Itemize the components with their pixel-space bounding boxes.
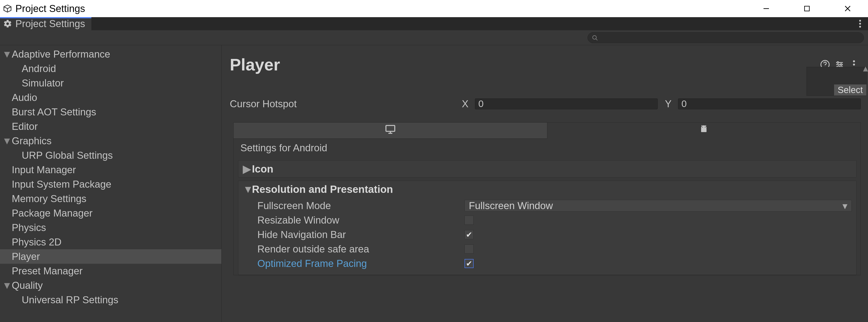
sidebar-item-label: Audio <box>12 92 37 103</box>
svg-line-28 <box>702 125 703 126</box>
panel-header: Player <box>230 51 868 78</box>
select-button[interactable]: Select <box>834 84 866 96</box>
group-resolution: ▼ Resolution and Presentation Fullscreen… <box>238 181 857 275</box>
platform-tabs <box>234 122 861 139</box>
sidebar-item-input-system[interactable]: Input System Package <box>0 177 221 191</box>
field-label: Hide Navigation Bar <box>243 229 465 240</box>
foldout-open-icon: ▼ <box>3 135 11 147</box>
sidebar-item-urp-global[interactable]: URP Global Settings <box>0 148 221 163</box>
foldout-closed-icon: ▶ <box>243 163 252 175</box>
svg-point-20 <box>853 64 855 66</box>
group-icon-header[interactable]: ▶ Icon <box>238 160 856 177</box>
sidebar-item-preset-manager[interactable]: Preset Manager <box>0 264 221 278</box>
sidebar-item-label: Universal RP Settings <box>22 294 118 306</box>
sidebar-item-input-manager[interactable]: Input Manager <box>0 163 221 177</box>
sidebar-item-android[interactable]: Android <box>0 62 221 76</box>
sidebar-item-universal-rp[interactable]: Universal RP Settings <box>0 293 221 307</box>
tab-strip: Project Settings <box>0 17 868 30</box>
hide-nav-bar-checkbox[interactable] <box>465 230 473 239</box>
window-title: Project Settings <box>16 3 85 14</box>
window-maximize-button[interactable] <box>786 0 827 17</box>
window-minimize-button[interactable] <box>746 0 786 17</box>
search-icon <box>592 32 598 43</box>
cursor-hotspot-label: Cursor Hotspot <box>230 98 456 109</box>
window-controls <box>746 0 868 17</box>
cursor-hotspot-y-input[interactable]: 0 <box>678 99 861 109</box>
sidebar-item-adaptive-performance[interactable]: ▼Adaptive Performance <box>0 47 221 62</box>
sidebar-item-label: Input Manager <box>12 164 76 175</box>
sidebar-item-label: Burst AOT Settings <box>12 106 96 118</box>
sidebar-item-graphics[interactable]: ▼Graphics <box>0 134 221 148</box>
svg-point-7 <box>859 23 861 25</box>
editor-window: Project Settings ▼Adaptive Performance A… <box>0 17 868 322</box>
sidebar-item-quality[interactable]: ▼Quality <box>0 278 221 293</box>
settings-search-input[interactable] <box>600 33 860 42</box>
svg-point-17 <box>840 64 842 65</box>
group-resolution-header[interactable]: ▼ Resolution and Presentation <box>238 181 856 198</box>
cursor-hotspot-x-input[interactable]: 0 <box>475 99 658 109</box>
sidebar-item-physics[interactable]: Physics <box>0 220 221 235</box>
field-label: Fullscreen Mode <box>243 200 465 211</box>
svg-point-16 <box>837 62 839 63</box>
sidebar-item-label: Package Manager <box>12 208 93 219</box>
sidebar-item-label: Preset Manager <box>12 265 83 277</box>
sidebar-item-memory-settings[interactable]: Memory Settings <box>0 191 221 206</box>
foldout-open-icon: ▼ <box>3 280 11 291</box>
fullscreen-mode-dropdown[interactable]: Fullscreen Window ▾ <box>465 200 852 212</box>
input-value: 0 <box>681 99 687 109</box>
svg-rect-3 <box>804 6 809 11</box>
svg-point-6 <box>859 20 861 22</box>
sidebar-item-physics-2d[interactable]: Physics 2D <box>0 235 221 249</box>
settings-search[interactable] <box>588 32 864 43</box>
window-close-button[interactable] <box>827 0 868 17</box>
optimized-frame-pacing-checkbox[interactable] <box>465 259 473 268</box>
sidebar-item-editor[interactable]: Editor <box>0 119 221 134</box>
sidebar-item-label: Player <box>12 251 40 262</box>
resizable-window-checkbox[interactable] <box>465 216 473 225</box>
sidebar-item-package-manager[interactable]: Package Manager <box>0 206 221 220</box>
cursor-hotspot-row: Cursor Hotspot X 0 Y 0 <box>230 97 868 111</box>
tabstrip-overflow-button[interactable] <box>855 17 866 30</box>
panel-title: Player <box>230 55 818 74</box>
sidebar-item-label: Graphics <box>12 135 52 147</box>
svg-point-27 <box>705 127 706 128</box>
platform-tab-android[interactable] <box>547 122 861 139</box>
platform-tab-standalone[interactable] <box>234 122 547 139</box>
foldout-open-icon: ▼ <box>243 183 252 195</box>
tab-project-settings[interactable]: Project Settings <box>0 17 91 30</box>
sidebar-item-burst-aot[interactable]: Burst AOT Settings <box>0 105 221 119</box>
svg-rect-22 <box>386 126 395 132</box>
render-outside-safe-checkbox[interactable] <box>465 245 473 254</box>
svg-line-29 <box>705 125 706 126</box>
sidebar-item-simulator[interactable]: Simulator <box>0 76 221 90</box>
svg-point-26 <box>702 127 703 128</box>
scroll-up-icon[interactable]: ▴ <box>863 62 868 74</box>
field-hide-nav-bar: Hide Navigation Bar <box>243 227 852 242</box>
settings-category-tree[interactable]: ▼Adaptive Performance Android Simulator … <box>0 45 222 322</box>
sidebar-item-label: Memory Settings <box>12 193 86 204</box>
tab-label: Project Settings <box>16 18 85 29</box>
y-axis-label: Y <box>659 98 676 109</box>
sidebar-item-label: Quality <box>12 280 43 291</box>
field-optimized-frame-pacing: Optimized Frame Pacing <box>243 256 852 271</box>
platform-section-title: Settings for Android <box>234 139 861 157</box>
android-icon <box>699 124 709 137</box>
field-fullscreen-mode: Fullscreen Mode Fullscreen Window ▾ <box>243 199 852 213</box>
default-icon-well[interactable]: Select <box>806 67 867 96</box>
svg-line-10 <box>596 39 597 40</box>
group-title: Resolution and Presentation <box>252 183 393 195</box>
field-label: Resizable Window <box>243 215 465 226</box>
svg-point-19 <box>853 60 855 62</box>
field-label: Optimized Frame Pacing <box>243 258 465 269</box>
monitor-icon <box>384 123 396 138</box>
sidebar-item-label: Physics 2D <box>12 237 62 248</box>
sidebar-item-label: URP Global Settings <box>22 150 113 161</box>
x-axis-label: X <box>456 98 473 109</box>
sidebar-item-audio[interactable]: Audio <box>0 90 221 105</box>
sidebar-item-player[interactable]: Player <box>0 249 221 264</box>
sidebar-item-label: Input System Package <box>12 179 111 190</box>
sidebar-item-label: Editor <box>12 121 38 132</box>
field-render-outside-safe: Render outside safe area <box>243 242 852 256</box>
sidebar-item-label: Android <box>22 63 56 74</box>
chevron-down-icon: ▾ <box>842 200 847 212</box>
